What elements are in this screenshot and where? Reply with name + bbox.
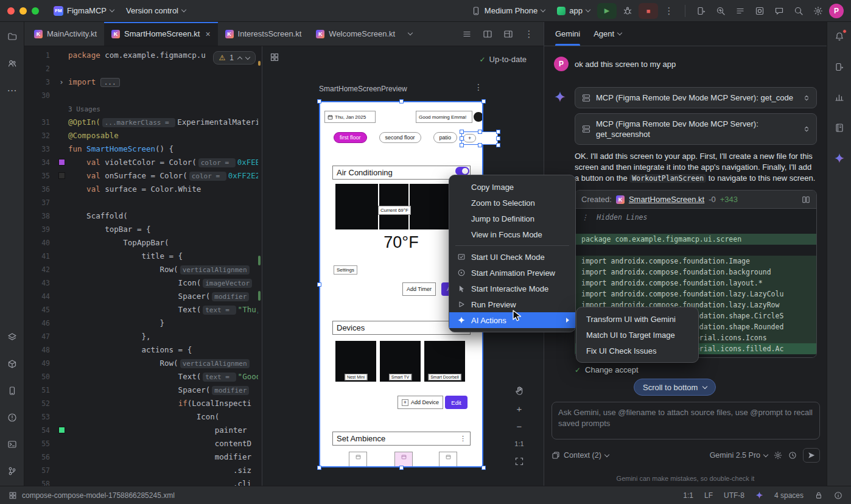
profiler-button[interactable] <box>712 2 729 19</box>
color-swatch[interactable] <box>59 173 65 178</box>
layout-inspector-button[interactable] <box>4 329 21 346</box>
code-editor[interactable]: 1package com.example.figmamcp.u23›import… <box>24 46 262 486</box>
menu-item-copy-image[interactable]: Copy Image <box>449 179 575 195</box>
next-warning-icon[interactable] <box>245 54 250 59</box>
selection-handle[interactable] <box>460 130 464 134</box>
hidden-tabs-button[interactable] <box>402 22 418 46</box>
selection-handle[interactable] <box>460 136 464 141</box>
run-button[interactable]: ▶ <box>597 3 617 19</box>
device-card-smart-tv[interactable]: Smart TV <box>380 341 421 382</box>
feedback-button[interactable] <box>771 2 788 19</box>
device-selector[interactable]: Medium Phone <box>466 4 550 18</box>
selection-handle[interactable] <box>496 143 500 147</box>
user-avatar[interactable]: P <box>829 4 844 18</box>
edit-button[interactable]: Edit <box>445 396 468 409</box>
tab-interestsscreen-kt[interactable]: KInterestsScreen.kt <box>218 22 309 46</box>
ambience-item[interactable] <box>394 452 413 467</box>
selection-handle[interactable] <box>399 99 404 103</box>
run-config-selector[interactable]: app <box>552 4 595 18</box>
preview-options-icon[interactable] <box>270 52 279 62</box>
ambience-item[interactable] <box>349 452 367 467</box>
window-minimize-button[interactable] <box>19 7 27 15</box>
version-control-tool-button[interactable] <box>4 463 21 480</box>
zoom-actual-button[interactable]: 1:1 <box>512 436 527 451</box>
add-timer-button[interactable]: Add Timer <box>402 282 436 296</box>
menu-item-jump-to-definition[interactable]: Jump to Definition <box>449 211 575 226</box>
selection-handle[interactable] <box>496 136 500 141</box>
tool-call-get-code[interactable]: MCP (Figma Remote Dev Mode MCP Server): … <box>575 87 817 108</box>
ambience-menu-icon[interactable]: ⋮ <box>460 435 466 443</box>
selection-handle[interactable] <box>460 143 464 147</box>
menu-item-start-ui-check-mode[interactable]: Start UI Check Mode <box>449 249 575 265</box>
build-tool-button[interactable] <box>4 355 21 373</box>
editor-more-button[interactable]: ⋮ <box>520 26 538 43</box>
menu-item-view-in-focus-mode[interactable]: View in Focus Mode <box>449 226 575 242</box>
selection-handle[interactable] <box>317 466 321 470</box>
settings-button[interactable] <box>810 2 827 19</box>
device-card-smart-doorbell[interactable]: Smart Doorbell <box>424 341 465 382</box>
statusbar-file-widget[interactable]: compose-compose-model-1758866285245.xml <box>9 491 175 500</box>
selection-handle[interactable] <box>317 99 321 103</box>
room-chip-first-floor[interactable]: first floor <box>334 132 367 143</box>
selection-handle[interactable] <box>482 99 486 103</box>
tool-call-get-screenshot[interactable]: MCP (Figma Remote Dev Mode MCP Server): … <box>575 113 817 145</box>
gemini-settings-button[interactable] <box>774 451 782 460</box>
tab-close-icon[interactable]: × <box>205 29 210 39</box>
selection-handle[interactable] <box>478 130 482 134</box>
lock-button[interactable] <box>814 491 823 500</box>
project-tool-button[interactable] <box>4 28 21 45</box>
more-run-actions-button[interactable]: ⋮ <box>660 2 678 19</box>
ambience-item[interactable] <box>439 452 457 467</box>
split-mode-button[interactable] <box>479 26 496 43</box>
search-everywhere-button[interactable] <box>790 2 807 19</box>
inspections-widget[interactable]: ⚠ 1 <box>213 51 256 65</box>
settings-label[interactable]: Settings <box>334 265 357 275</box>
created-file-link[interactable]: SmartHomeScreen.kt <box>629 195 704 204</box>
submenu-item-match-ui-to-target-image[interactable]: Match UI to Target Image <box>576 327 698 343</box>
app-inspection-button[interactable] <box>751 2 768 19</box>
tab-mainactivity-kt[interactable]: KMainActivity.kt <box>27 22 104 46</box>
notifications-button[interactable] <box>831 28 848 45</box>
window-zoom-button[interactable] <box>32 7 39 15</box>
model-selector[interactable]: Gemini 2.5 Pro <box>710 451 768 460</box>
tab-smarthomescreen-kt[interactable]: KSmartHomeScreen.kt× <box>104 22 217 46</box>
zoom-in-button[interactable]: + <box>512 401 527 416</box>
change-stripe-mark[interactable] <box>258 256 261 265</box>
ac-toggle[interactable] <box>455 167 469 175</box>
room-chip-patio[interactable]: patio <box>433 132 458 143</box>
project-selector[interactable]: FM FigmaMCP <box>49 4 119 18</box>
warning-stripe-mark[interactable] <box>258 61 261 66</box>
zoom-fit-button[interactable] <box>512 454 527 469</box>
color-swatch[interactable] <box>59 159 65 165</box>
debug-button[interactable] <box>619 2 636 19</box>
problems-tool-button[interactable] <box>4 409 21 426</box>
color-swatch[interactable] <box>59 427 65 433</box>
scroll-to-bottom-button[interactable]: Scroll to bottom <box>634 379 716 396</box>
submenu-item-fix-ui-check-issues[interactable]: Fix UI Check Issues <box>576 343 698 359</box>
room-chip-add[interactable]: + <box>463 134 476 142</box>
design-mode-button[interactable] <box>500 26 517 43</box>
preview-menu-icon[interactable]: ⋮ <box>474 82 483 92</box>
change-stripe-mark[interactable] <box>258 291 261 301</box>
device-explorer-button[interactable] <box>4 382 21 399</box>
editor-list-button[interactable] <box>458 26 475 43</box>
more-tool-windows-button[interactable]: ⋯ <box>4 82 21 99</box>
context-selector[interactable]: Context (2) <box>552 451 609 460</box>
menu-item-ai-actions[interactable]: AI Actions <box>449 312 575 328</box>
statusbar-gemini-button[interactable] <box>755 491 763 499</box>
submenu-item-transform-ui-with-gemini[interactable]: Transform UI with Gemini <box>576 311 698 327</box>
room-chip-second-floor[interactable]: second floor <box>379 132 421 143</box>
terminal-tool-button[interactable] <box>4 436 21 453</box>
device-manager-button[interactable] <box>831 58 848 75</box>
tab-welcomescreen-kt[interactable]: KWelcomeScreen.kt <box>309 22 402 46</box>
tab-gemini[interactable]: Gemini <box>555 22 580 46</box>
gemini-input[interactable]: Ask Gemini, use @filename to attach sour… <box>552 402 820 439</box>
vcs-widget[interactable]: Version control <box>121 4 191 18</box>
tab-agent[interactable]: Agent <box>594 22 622 46</box>
pan-button[interactable] <box>512 383 527 398</box>
open-diff-icon[interactable] <box>802 195 810 204</box>
expand-icon[interactable] <box>803 125 810 133</box>
preview-title[interactable]: SmartHomeScreenPreview <box>319 85 407 93</box>
stop-button[interactable]: ■ <box>639 3 658 19</box>
menu-item-zoom-to-selection[interactable]: Zoom to Selection <box>449 195 575 211</box>
